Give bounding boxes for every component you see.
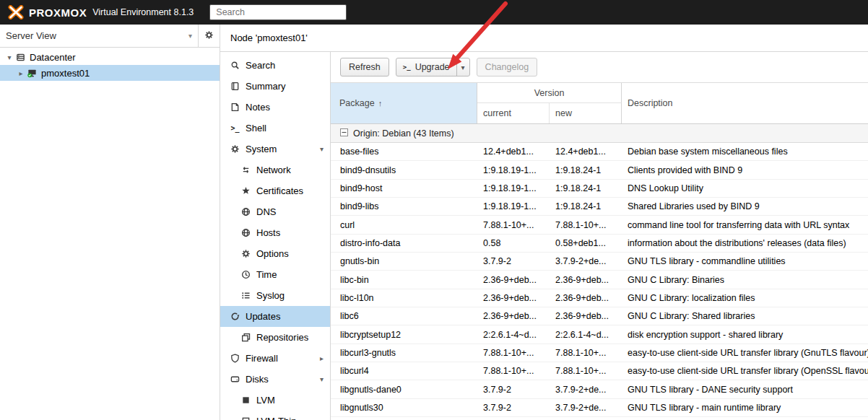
tree-settings-button[interactable] [198, 25, 220, 47]
cell-current-version: 1:9.18.19-1... [477, 165, 550, 175]
nav-item-label: Firewall [246, 353, 278, 364]
group-header-label: Origin: Debian (43 Items) [353, 128, 454, 139]
refresh-button[interactable]: Refresh [340, 58, 389, 76]
table-row[interactable]: libc62.36-9+deb...2.36-9+deb...GNU C Lib… [331, 307, 868, 325]
tree-item-datacenter[interactable]: ▾Datacenter [0, 49, 220, 65]
cell-description: Clients provided with BIND 9 [622, 165, 868, 175]
list-icon [240, 291, 252, 300]
nav-item-summary[interactable]: Summary [220, 76, 330, 97]
nav-item-label: DNS [256, 206, 276, 217]
nav-item-disks[interactable]: Disks▾ [220, 369, 330, 390]
column-header-new[interactable]: new [550, 103, 622, 123]
nav-item-updates[interactable]: Updates [220, 306, 330, 327]
nav-item-lvm[interactable]: LVM [220, 390, 330, 411]
column-header-current[interactable]: current [477, 103, 550, 123]
gear-icon [204, 30, 214, 42]
nav-item-repositories[interactable]: Repositories [220, 327, 330, 348]
cell-package: libcurl3-gnutls [331, 348, 477, 358]
table-row[interactable]: distro-info-data0.580.58+deb1...informat… [331, 235, 868, 253]
book-icon [229, 82, 241, 91]
cell-new-version: 7.88.1-10+... [550, 348, 622, 358]
nav-item-label: Updates [246, 311, 280, 322]
caret-down-icon[interactable]: ▾ [320, 145, 324, 153]
updates-toolbar: Refresh >_ Upgrade ▾ Changelog [331, 52, 868, 82]
table-row[interactable]: libc-l10n2.36-9+deb...2.36-9+deb...GNU C… [331, 289, 868, 307]
nav-item-label: Time [256, 269, 277, 280]
nav-item-system[interactable]: System▾ [220, 139, 330, 159]
nav-item-lvm-thin[interactable]: LVM-Thin [220, 411, 330, 420]
table-row[interactable]: base-files12.4+deb1...12.4+deb1...Debian… [331, 143, 868, 161]
table-row[interactable]: bind9-host1:9.18.19-1...1:9.18.24-1DNS L… [331, 180, 868, 198]
globe-icon [240, 207, 252, 216]
cell-description: easy-to-use client-side URL transfer lib… [622, 366, 868, 376]
column-header-description[interactable]: Description [622, 83, 868, 123]
upgrade-button[interactable]: >_ Upgrade ▾ [396, 58, 470, 76]
clock-icon [240, 270, 252, 279]
changelog-button[interactable]: Changelog [477, 58, 537, 76]
upgrade-button-main[interactable]: >_ Upgrade [396, 58, 456, 76]
proxmox-app: PROXMOX Virtual Environment 8.1.3 Server… [0, 0, 868, 420]
nav-item-label: System [246, 144, 277, 154]
table-row[interactable]: libgnutls303.7.9-23.7.9-2+de...GNU TLS l… [331, 399, 868, 417]
nav-item-label: Hosts [256, 227, 280, 238]
table-row[interactable]: bind9-dnsutils1:9.18.19-1...1:9.18.24-1C… [331, 161, 868, 179]
column-header-version: Version [477, 83, 622, 103]
nav-item-time[interactable]: Time [220, 264, 330, 285]
nav-item-options[interactable]: Options [220, 243, 330, 264]
global-search-input[interactable] [209, 4, 347, 20]
network-icon [240, 165, 252, 175]
tree-item-label: pmoxtest01 [41, 68, 90, 79]
cell-package: libc6 [331, 311, 477, 321]
gear-icon [240, 249, 252, 258]
cell-package: libc-bin [331, 275, 477, 285]
table-row[interactable]: gnutls-bin3.7.9-23.7.9-2+de...GNU TLS li… [331, 253, 868, 271]
table-row[interactable]: curl7.88.1-10+...7.88.1-10+...command li… [331, 216, 868, 234]
cell-package: bind9-dnsutils [331, 165, 477, 175]
nav-item-search[interactable]: Search [220, 55, 330, 76]
cell-new-version: 2.36-9+deb... [550, 293, 622, 303]
view-selector[interactable]: Server View ▾ [0, 25, 198, 47]
tree-item-label: Datacenter [30, 52, 76, 63]
nav-item-network[interactable]: Network [220, 159, 330, 180]
cell-current-version: 2.36-9+deb... [477, 311, 550, 321]
cell-current-version: 3.7.9-2 [477, 403, 550, 413]
group-header-debian[interactable]: Origin: Debian (43 Items) [331, 124, 868, 143]
nav-item-shell[interactable]: >_Shell [220, 118, 330, 139]
table-row[interactable]: libcurl47.88.1-10+...7.88.1-10+...easy-t… [331, 362, 868, 380]
nav-item-notes[interactable]: Notes [220, 97, 330, 118]
nav-item-firewall[interactable]: Firewall▸ [220, 348, 330, 369]
nav-item-certificates[interactable]: Certificates [220, 180, 330, 201]
nav-item-hosts[interactable]: Hosts [220, 222, 330, 243]
nav-item-dns[interactable]: DNS [220, 201, 330, 222]
table-row[interactable]: libgnutls-dane03.7.9-23.7.9-2+de...GNU T… [331, 380, 868, 398]
table-row[interactable]: libcurl3-gnutls7.88.1-10+...7.88.1-10+..… [331, 344, 868, 362]
caret-right-icon[interactable]: ▸ [320, 354, 324, 362]
caret-right-icon[interactable]: ▸ [16, 69, 26, 77]
cell-current-version: 1:9.18.19-1... [477, 183, 550, 193]
tree-item-pmoxtest01[interactable]: ▸pmoxtest01 [0, 65, 220, 81]
cell-description: easy-to-use client-side URL transfer lib… [622, 348, 868, 358]
cell-package: curl [331, 220, 477, 230]
cell-description: information about the distributions' rel… [622, 238, 868, 248]
table-row[interactable]: libc-bin2.36-9+deb...2.36-9+deb...GNU C … [331, 271, 868, 289]
note-icon [229, 102, 241, 112]
sort-ascending-icon: ↑ [378, 99, 383, 108]
cell-package: bind9-libs [331, 201, 477, 211]
caret-down-icon[interactable]: ▾ [320, 375, 324, 383]
cell-description: GNU C Library: localization files [622, 293, 868, 303]
disk-icon [229, 375, 241, 384]
upgrade-dropdown-caret-icon[interactable]: ▾ [456, 58, 469, 76]
column-header-package[interactable]: Package ↑ [331, 83, 477, 123]
table-row[interactable]: libcryptsetup122:2.6.1-4~d...2:2.6.1-4~d… [331, 325, 868, 344]
cell-new-version: 3.7.9-2+de... [550, 385, 622, 395]
nav-item-syslog[interactable]: Syslog [220, 285, 330, 306]
topbar: PROXMOX Virtual Environment 8.1.3 [0, 0, 868, 25]
cell-description: Debian base system miscellaneous files [622, 146, 868, 157]
cell-new-version: 2.36-9+deb... [550, 311, 622, 321]
caret-down-icon[interactable]: ▾ [4, 53, 14, 61]
brand-name: PROXMOX [29, 6, 87, 19]
cell-package: gnutls-bin [331, 256, 477, 266]
table-row[interactable]: bind9-libs1:9.18.19-1...1:9.18.24-1Share… [331, 198, 868, 216]
cell-current-version: 1:9.18.19-1... [477, 201, 550, 211]
chevron-down-icon: ▾ [188, 32, 192, 40]
